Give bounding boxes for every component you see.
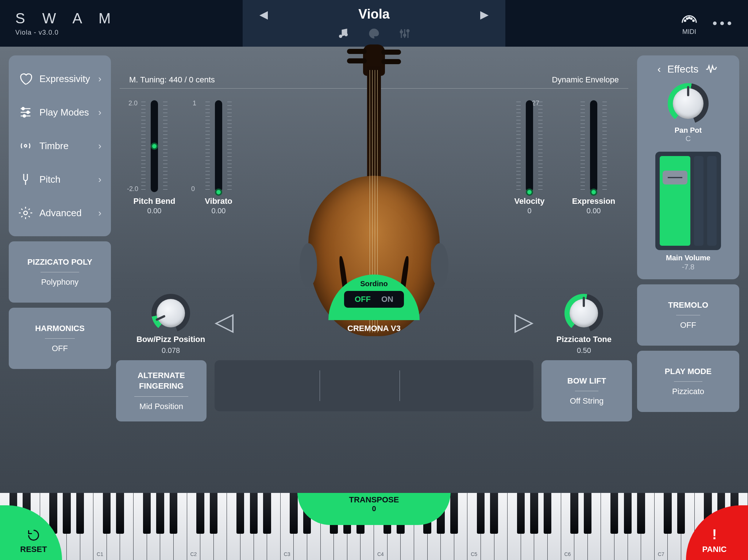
sidebar-item-label: Timbre: [39, 140, 69, 152]
alternate-fingering-button[interactable]: ALTERNATE FINGERING Mid Position: [116, 360, 207, 421]
bow-pizz-position-knob[interactable]: Bow/Pizz Position 0.078: [136, 294, 205, 355]
sidebar-item-play-modes[interactable]: Play Modes›: [9, 96, 111, 129]
midi-label: MIDI: [681, 28, 698, 36]
button-title: TREMOLO: [668, 300, 708, 316]
chevron-left-icon[interactable]: ‹: [658, 63, 661, 75]
black-key[interactable]: [544, 493, 552, 534]
slider-min: -2.0: [127, 185, 138, 193]
main-area: Expressivity› Play Modes› Timbre› Pitch›…: [0, 47, 748, 493]
knob-name: Bow/Pizz Position: [136, 335, 205, 344]
black-key[interactable]: [170, 493, 178, 534]
button-value: Polyphony: [41, 277, 79, 287]
black-key[interactable]: [677, 493, 685, 534]
sidebar-item-timbre[interactable]: Timbre›: [9, 129, 111, 163]
velocity-slider[interactable]: 127 0 Velocity 0: [506, 100, 553, 215]
app-header: S W A M Viola - v3.0.0 ◀ Viola ▶ MIDI: [0, 0, 748, 47]
svg-point-0: [339, 35, 342, 38]
knob-value: C: [686, 135, 691, 143]
more-menu-icon[interactable]: [713, 22, 731, 25]
black-key[interactable]: [570, 493, 578, 534]
sidebar-item-pitch[interactable]: Pitch›: [9, 163, 111, 196]
black-key[interactable]: [517, 493, 525, 534]
black-key[interactable]: [196, 493, 204, 534]
effects-panel: ‹ Effects Pan Pot C Main Volume -7.8: [637, 55, 739, 279]
keyboard[interactable]: C0C1C2C3C4C5C6C7 TRANSPOSE 0 RESET ! PAN…: [0, 493, 748, 560]
black-key[interactable]: [250, 493, 258, 534]
black-key[interactable]: [263, 493, 271, 534]
transpose-control[interactable]: TRANSPOSE 0: [297, 493, 451, 525]
button-title: ALTERNATE FINGERING: [116, 370, 207, 396]
tremolo-button[interactable]: TREMOLO OFF: [637, 284, 739, 346]
black-key[interactable]: [450, 493, 458, 534]
black-key[interactable]: [116, 493, 124, 534]
button-title: PLAY MODE: [665, 366, 712, 382]
black-key[interactable]: [290, 493, 298, 534]
svg-point-7: [691, 18, 692, 19]
expression-slider[interactable]: 1 0 Expression 0.00: [570, 100, 617, 215]
brand-block: S W A M Viola - v3.0.0: [0, 10, 117, 36]
svg-point-2: [400, 31, 402, 33]
refresh-icon: [27, 529, 40, 542]
envelope-label[interactable]: Dynamic Envelope: [552, 75, 619, 85]
gear-icon: [18, 206, 33, 220]
black-key[interactable]: [637, 493, 645, 534]
volume-handle[interactable]: [663, 171, 687, 184]
black-key[interactable]: [76, 493, 84, 534]
next-model-arrow[interactable]: ▷: [514, 307, 533, 336]
svg-point-6: [686, 18, 688, 19]
next-preset-arrow[interactable]: ▶: [480, 8, 489, 21]
black-key[interactable]: [210, 493, 218, 534]
vibrato-slider[interactable]: 1 0 Vibrato 0.00: [195, 100, 242, 215]
sordino-off[interactable]: OFF: [355, 295, 371, 304]
black-key[interactable]: [584, 493, 592, 534]
category-panel: Expressivity› Play Modes› Timbre› Pitch›…: [9, 55, 111, 236]
sordino-on[interactable]: ON: [381, 295, 393, 304]
prev-model-arrow[interactable]: ◁: [215, 307, 234, 336]
palette-icon[interactable]: [367, 27, 381, 40]
options-icon[interactable]: [398, 27, 411, 40]
svg-point-11: [27, 111, 29, 114]
black-key[interactable]: [490, 493, 498, 534]
instrument-title[interactable]: Viola: [358, 7, 389, 22]
main-volume-slider[interactable]: [655, 152, 721, 250]
notes-icon[interactable]: [337, 27, 350, 40]
version-label: Viola - v3.0.0: [15, 29, 117, 36]
knob-value: 0.078: [162, 346, 180, 355]
volume-name: Main Volume: [666, 254, 710, 262]
pan-pot-knob[interactable]: [668, 83, 709, 124]
black-key[interactable]: [156, 493, 164, 534]
slider-name: Velocity: [514, 197, 544, 206]
black-key[interactable]: [477, 493, 485, 534]
black-key[interactable]: [530, 493, 538, 534]
knob-name: Pan Pot: [675, 126, 702, 135]
black-key[interactable]: [143, 493, 151, 534]
prev-preset-arrow[interactable]: ◀: [259, 8, 268, 21]
bow-lift-button[interactable]: BOW LIFT Off String: [541, 360, 632, 421]
pitch-bend-slider[interactable]: 2.0 -2.0 Pitch Bend 0.00: [131, 100, 178, 215]
tuning-fork-icon: [18, 172, 33, 187]
play-mode-button[interactable]: PLAY MODE Pizzicato: [637, 351, 739, 412]
midi-button[interactable]: MIDI: [681, 11, 698, 36]
sidebar-item-expressivity[interactable]: Expressivity›: [9, 62, 111, 96]
black-key[interactable]: [610, 493, 618, 534]
chevron-right-icon: ›: [98, 140, 101, 152]
black-key[interactable]: [236, 493, 244, 534]
pizzicato-poly-button[interactable]: PIZZICATO POLY Polyphony: [9, 241, 111, 303]
harmonics-button[interactable]: HARMONICS OFF: [9, 308, 111, 369]
right-column: ‹ Effects Pan Pot C Main Volume -7.8: [637, 55, 739, 484]
svg-point-9: [689, 17, 690, 19]
button-value: Pizzicato: [672, 387, 704, 396]
tuning-label[interactable]: M. Tuning: 440 / 0 cents: [129, 75, 215, 85]
exclamation-icon: !: [712, 527, 717, 542]
black-key[interactable]: [624, 493, 632, 534]
black-key[interactable]: [103, 493, 111, 534]
volume-value: -7.8: [682, 263, 694, 271]
sidebar-item-advanced[interactable]: Advanced›: [9, 196, 111, 230]
slider-name: Pitch Bend: [134, 197, 176, 206]
brand-logo: S W A M: [15, 10, 117, 27]
black-key[interactable]: [63, 493, 71, 534]
svg-point-1: [344, 33, 348, 36]
black-key[interactable]: [664, 493, 672, 534]
pizzicato-tone-knob[interactable]: Pizzicato Tone 0.50: [556, 294, 612, 355]
header-tabs: [337, 27, 411, 40]
